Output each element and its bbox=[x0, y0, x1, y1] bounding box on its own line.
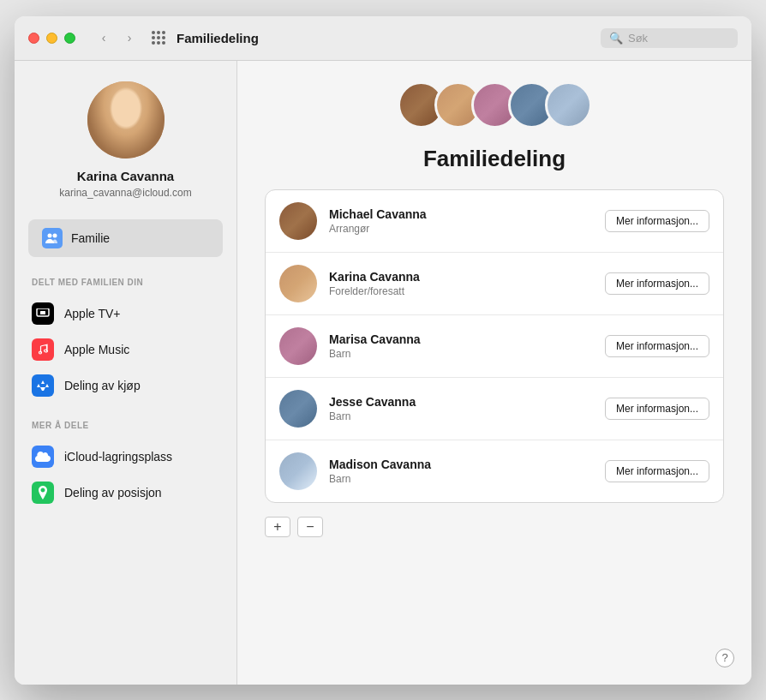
nav-buttons: ‹ › bbox=[93, 28, 141, 47]
table-row: Michael Cavanna Arrangør Mer informasjon… bbox=[266, 190, 723, 253]
member-info-jesse: Jesse Cavanna Barn bbox=[329, 395, 593, 422]
table-row: Karina Cavanna Forelder/foresatt Mer inf… bbox=[266, 253, 723, 315]
avatar-madison bbox=[279, 452, 317, 490]
familie-icon bbox=[42, 228, 63, 248]
sidebar-item-purchases[interactable]: Deling av kjøp bbox=[28, 368, 223, 404]
search-bar[interactable]: 🔍 bbox=[601, 28, 738, 48]
location-icon bbox=[32, 482, 54, 504]
member-info-karina: Karina Cavanna Forelder/foresatt bbox=[329, 270, 593, 297]
member-role: Forelder/foresatt bbox=[329, 285, 593, 297]
member-role: Barn bbox=[329, 348, 593, 360]
location-label: Deling av posisjon bbox=[64, 486, 162, 500]
user-avatar bbox=[87, 81, 165, 159]
icloud-icon bbox=[32, 446, 54, 468]
remove-member-button[interactable]: − bbox=[297, 517, 323, 537]
bottom-controls: + − bbox=[265, 517, 724, 537]
members-box: Michael Cavanna Arrangør Mer informasjon… bbox=[265, 189, 724, 503]
section-more-label: MER Å DELE bbox=[28, 421, 89, 430]
familie-button[interactable]: Familie bbox=[28, 219, 223, 257]
location-symbol bbox=[37, 486, 49, 500]
right-wrapper: Familiedeling Michael Cavanna Arrangør M… bbox=[237, 61, 751, 685]
main-content: Karina Cavanna karina_cavanna@icloud.com… bbox=[15, 61, 751, 685]
member-name: Michael Cavanna bbox=[329, 207, 593, 221]
applemusic-icon bbox=[32, 338, 54, 361]
more-items: iCloud-lagringsplass Deling av posisjon bbox=[28, 439, 223, 511]
search-icon: 🔍 bbox=[609, 32, 623, 45]
tv-symbol bbox=[36, 308, 50, 319]
group-avatar-madison bbox=[545, 81, 592, 129]
add-member-button[interactable]: + bbox=[265, 517, 290, 537]
svg-rect-3 bbox=[40, 311, 45, 314]
window-title: Familiedeling bbox=[177, 31, 601, 45]
music-symbol bbox=[37, 344, 49, 356]
traffic-lights bbox=[28, 33, 75, 44]
member-name: Jesse Cavanna bbox=[329, 395, 593, 409]
table-row: Marisa Cavanna Barn Mer informasjon... bbox=[266, 315, 723, 378]
svg-point-0 bbox=[48, 233, 52, 237]
info-button-marisa[interactable]: Mer informasjon... bbox=[605, 335, 709, 357]
sidebar-item-applemusic[interactable]: Apple Music bbox=[28, 332, 223, 368]
app-window: ‹ › Familiedeling 🔍 Karina Cavanna karin… bbox=[15, 16, 751, 685]
member-name: Madison Cavanna bbox=[329, 458, 593, 471]
back-button[interactable]: ‹ bbox=[93, 28, 115, 47]
close-button[interactable] bbox=[28, 33, 39, 44]
avatar-jesse bbox=[279, 390, 317, 428]
member-info-marisa: Marisa Cavanna Barn bbox=[329, 332, 593, 360]
avatar-image bbox=[87, 81, 165, 159]
avatar-michael bbox=[279, 202, 317, 240]
avatar-karina bbox=[279, 265, 317, 302]
member-name: Karina Cavanna bbox=[329, 270, 593, 284]
applemusic-label: Apple Music bbox=[64, 343, 129, 356]
shared-items: Apple TV+ Apple Music bbox=[28, 296, 223, 404]
familie-label: Familie bbox=[71, 231, 110, 245]
svg-point-1 bbox=[53, 233, 57, 237]
member-role: Barn bbox=[329, 410, 593, 422]
sidebar-item-icloud[interactable]: iCloud-lagringsplass bbox=[28, 439, 223, 475]
sidebar-item-location[interactable]: Deling av posisjon bbox=[28, 475, 223, 511]
member-name: Marisa Cavanna bbox=[329, 332, 593, 346]
member-info-michael: Michael Cavanna Arrangør bbox=[329, 207, 593, 235]
search-input[interactable] bbox=[628, 32, 729, 45]
grid-view-button[interactable] bbox=[147, 28, 170, 47]
appletv-label: Apple TV+ bbox=[64, 307, 121, 320]
info-button-michael[interactable]: Mer informasjon... bbox=[605, 210, 709, 232]
user-email: karina_cavanna@icloud.com bbox=[59, 187, 191, 199]
forward-button[interactable]: › bbox=[118, 28, 141, 47]
cloud-symbol bbox=[35, 452, 51, 462]
page-title: Familiedeling bbox=[423, 146, 566, 172]
purchases-label: Deling av kjøp bbox=[64, 379, 141, 392]
store-symbol bbox=[36, 379, 50, 392]
people-icon bbox=[45, 232, 59, 244]
titlebar: ‹ › Familiedeling 🔍 bbox=[15, 16, 751, 61]
icloud-label: iCloud-lagringsplass bbox=[64, 450, 172, 464]
help-button[interactable]: ? bbox=[715, 649, 734, 667]
right-panel: Familiedeling Michael Cavanna Arrangør M… bbox=[237, 61, 751, 685]
maximize-button[interactable] bbox=[64, 33, 75, 44]
avatar-marisa bbox=[279, 327, 317, 365]
appletv-icon bbox=[32, 302, 54, 325]
member-role: Barn bbox=[329, 473, 593, 485]
avatar-group bbox=[398, 81, 592, 129]
sidebar-item-appletv[interactable]: Apple TV+ bbox=[28, 296, 223, 332]
info-button-jesse[interactable]: Mer informasjon... bbox=[605, 398, 709, 420]
appstore-icon bbox=[32, 374, 54, 397]
section-shared-label: DELT MED FAMILIEN DIN bbox=[28, 278, 143, 287]
user-name: Karina Cavanna bbox=[77, 169, 174, 183]
sidebar: Karina Cavanna karina_cavanna@icloud.com… bbox=[15, 61, 237, 685]
member-role: Arrangør bbox=[329, 223, 593, 235]
table-row: Jesse Cavanna Barn Mer informasjon... bbox=[266, 378, 723, 440]
minimize-button[interactable] bbox=[46, 33, 57, 44]
grid-icon bbox=[152, 31, 165, 45]
table-row: Madison Cavanna Barn Mer informasjon... bbox=[266, 440, 723, 502]
member-info-madison: Madison Cavanna Barn bbox=[329, 458, 593, 485]
info-button-madison[interactable]: Mer informasjon... bbox=[605, 460, 709, 482]
info-button-karina[interactable]: Mer informasjon... bbox=[605, 272, 709, 295]
